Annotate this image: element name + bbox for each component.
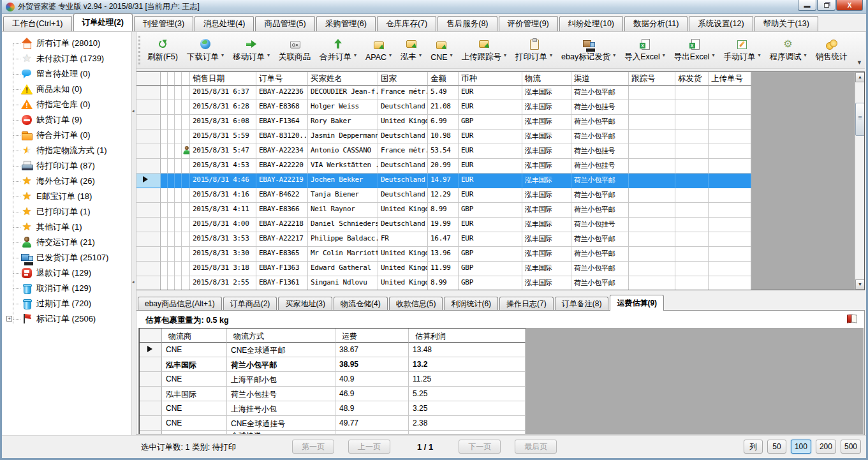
chevron-down-icon[interactable]: ▾ [221,52,224,58]
freight-row-5[interactable]: CNE上海挂号小包48.93.25 [140,401,526,416]
detail-tab-4[interactable]: 物流仓储(4) [334,297,388,311]
menu-tab-12[interactable]: 系统设置(12) [689,16,753,31]
chevron-down-icon[interactable]: ▾ [613,52,615,58]
order-row-6[interactable]: 2015/8/31 4:53EBAY-A22220VIA Werkstätten… [136,159,751,174]
menu-tab-11[interactable]: 数据分析(11) [624,16,688,31]
detail-tab-6[interactable]: 利润统计(6) [444,297,498,311]
freight-row-3[interactable]: CNE上海平邮小包40.911.25 [140,372,526,387]
order-row-9[interactable]: 2015/8/31 4:11EBAY-E8366Neil RaynorUnite… [136,203,751,218]
sidebar-item-2[interactable]: 未付款订单 (1739) [2,51,131,66]
menu-tab-5[interactable]: 商品管理(5) [255,16,314,31]
sidebar-item-17[interactable]: 取消订单 (129) [2,281,131,296]
chevron-down-icon[interactable]: ▾ [267,52,270,58]
scroll-down-icon[interactable]: ▼ [855,279,865,290]
freight-column-header-1[interactable]: 物流商 [162,329,227,343]
close-button[interactable]: X [836,0,863,11]
sidebar-item-11[interactable]: E邮宝订单 (18) [2,189,131,204]
toolbar-button-7[interactable]: 泓丰▾ [397,36,425,64]
freight-column-header-4[interactable]: 估算利润 [409,329,526,343]
prev-page-button[interactable]: 上一页 [348,440,390,454]
column-header-5[interactable]: 金额 [428,72,459,85]
menu-tab-6[interactable]: 采购管理(6) [316,16,376,31]
toolbar-button-4[interactable]: 关联商品 [275,36,314,64]
sidebar-item-4[interactable]: 商品未知 (0) [2,82,131,97]
sidebar-item-8[interactable]: 待指定物流方式 (1) [2,143,131,158]
scroll-up-icon[interactable]: ▲ [855,72,865,82]
order-row-8[interactable]: 2015/8/31 4:16EBAY-B4622Tanja BienerDeut… [136,188,751,203]
column-header-3[interactable]: 买家姓名 [308,72,378,85]
sidebar-item-7[interactable]: 待合并订单 (0) [2,128,131,143]
menu-tab-10[interactable]: 纠纷处理(10) [559,16,623,31]
page-size-100-button[interactable]: 100 [791,440,811,454]
order-row-4[interactable]: 2015/8/31 5:59EBAY-83120...Jasmin Depper… [136,130,751,144]
toolbar-button-8[interactable]: CNE▾ [427,38,456,63]
splitter-collapse-icon[interactable]: ◂ [132,279,136,285]
detail-tab-9[interactable]: 运费估算(9) [610,295,664,311]
column-header-8[interactable]: 渠道 [571,72,629,85]
toolbar-button-3[interactable]: 移动订单▾ [229,36,274,64]
toolbar-button-10[interactable]: 打印订单▾ [511,36,556,64]
freight-row-1[interactable]: CNECNE全球通平邮38.6713.48 [140,343,526,357]
next-page-button[interactable]: 下一页 [459,440,501,454]
toolbar-button-11[interactable]: ebay标记发货▾ [557,36,619,64]
toolbar-button-1[interactable]: 刷新(F5) [143,36,182,64]
splitter-collapse-icon[interactable]: ◂ [132,108,136,114]
freight-column-header-2[interactable]: 物流方式 [227,329,335,343]
page-size-500-button[interactable]: 500 [841,440,861,454]
chevron-down-icon[interactable]: ▾ [758,52,760,58]
order-row-12[interactable]: 2015/8/31 3:30EBAY-E8365Mr Colin Marriot… [136,247,751,262]
order-row-2[interactable]: 2015/8/31 6:28EBAY-E8368Holger WeissDeut… [136,100,751,115]
order-row-3[interactable]: 2015/8/31 6:08EBAY-F1364Rory BakerUnited… [136,115,751,130]
menu-tab-3[interactable]: 刊登管理(3) [134,16,193,31]
menu-tab-13[interactable]: 帮助关于(13) [754,16,818,31]
toolbar-overflow-icon[interactable]: ▼ [857,59,862,66]
toolbar-button-5[interactable]: 合并订单▾ [316,36,360,64]
order-row-7[interactable]: 2015/8/31 4:46EBAY-A22219Jochen BekkerDe… [136,174,751,188]
tree-expander-icon[interactable]: + [6,316,12,322]
toolbar-button-16[interactable]: 销售统计 [811,36,851,64]
chevron-down-icon[interactable]: ▾ [804,52,806,58]
order-row-1[interactable]: 2015/8/31 6:37EBAY-A22236DECOUDIER Jean-… [136,85,751,100]
detail-tab-8[interactable]: 订单备注(8) [555,297,609,311]
first-page-button[interactable]: 第一页 [292,440,334,454]
freight-row-7[interactable]: 全球快递 [140,431,526,434]
sidebar-item-18[interactable]: 过期订单 (720) [2,296,131,311]
toolbar-button-14[interactable]: 手动订单▾ [719,36,764,64]
toolbar-button-12[interactable]: 导入Excel▾ [621,36,669,64]
menu-tab-4[interactable]: 消息处理(4) [195,16,254,31]
chevron-down-icon[interactable]: ▾ [550,52,552,58]
chevron-down-icon[interactable]: ▾ [504,52,506,58]
order-row-5[interactable]: 2015/8/31 5:47EBAY-A22234Antonio CASSANO… [136,144,751,159]
sidebar-item-5[interactable]: 待指定仓库 (0) [2,97,131,112]
sidebar-item-1[interactable]: 所有订单 (28010) [2,36,131,51]
column-header-10[interactable]: 标发货 [675,72,709,85]
scrollbar-thumb[interactable] [855,103,865,136]
sidebar-item-9[interactable]: 待打印订单 (87) [2,158,131,174]
sidebar-item-12[interactable]: 已打印订单 (1) [2,204,131,219]
columns-button[interactable]: 列 [744,440,763,454]
column-header-6[interactable]: 币种 [459,72,522,85]
sidebar-item-19[interactable]: +标记订单 (2506) [2,311,131,327]
menu-tab-2[interactable]: 订单处理(2) [73,13,133,31]
chevron-down-icon[interactable]: ▾ [663,52,665,58]
toolbar-button-9[interactable]: 上传跟踪号▾ [458,36,511,64]
column-header-1[interactable]: 销售日期 [190,72,256,85]
column-header-2[interactable]: 订单号 [256,72,308,85]
menu-tab-9[interactable]: 评价管理(9) [499,16,558,31]
page-size-50-button[interactable]: 50 [767,440,786,454]
order-row-10[interactable]: 2015/8/31 4:00EBAY-A22218Daniel Schniede… [136,218,751,232]
freight-row-4[interactable]: 泓丰国际荷兰小包挂号46.95.25 [140,387,526,401]
menu-tab-1[interactable]: 工作台(Ctrl+1) [3,16,72,31]
order-row-11[interactable]: 2015/8/31 3:53EBAY-A22217Philippe Baldac… [136,232,751,247]
freight-row-6[interactable]: CNECNE全球通挂号49.772.38 [140,416,526,431]
detail-tab-2[interactable]: 订单商品(2) [223,297,277,311]
page-size-200-button[interactable]: 200 [816,440,836,454]
sidebar-item-6[interactable]: 缺货订单 (9) [2,112,131,128]
freight-column-header-3[interactable]: 运费 [335,329,409,343]
sidebar-item-16[interactable]: 退款订单 (129) [2,265,131,281]
order-row-13[interactable]: 2015/8/31 3:18EBAY-F1363Edward GatheralU… [136,262,751,276]
column-header-9[interactable]: 跟踪号 [629,72,675,85]
sidebar-item-10[interactable]: 海外仓订单 (26) [2,174,131,189]
chevron-down-icon[interactable]: ▾ [419,52,422,58]
chevron-down-icon[interactable]: ▾ [354,52,357,58]
